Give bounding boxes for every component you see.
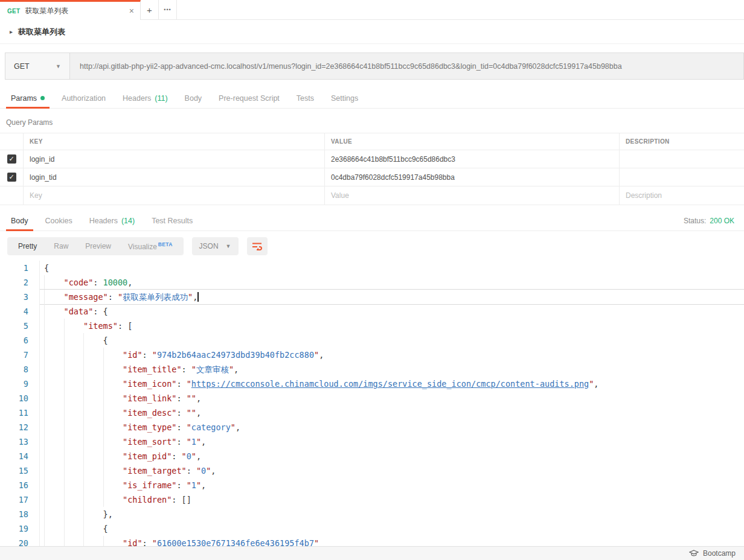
line-content: }, xyxy=(40,507,744,521)
view-tab-preview[interactable]: Preview xyxy=(77,242,120,250)
key-token: "id" xyxy=(123,538,143,547)
tokens: "item_icon": "https://cmcconsole.chinamc… xyxy=(123,377,598,391)
indent-guide xyxy=(44,391,64,406)
indent-guide xyxy=(83,348,103,362)
param-description-cell[interactable] xyxy=(619,150,744,168)
tokens: { xyxy=(103,521,108,536)
code-line: 18}, xyxy=(0,507,744,521)
checkbox-cell: ✓ xyxy=(0,150,23,168)
string-token: 0 xyxy=(187,451,191,461)
quote-token: " xyxy=(187,379,191,389)
text-cursor xyxy=(197,292,199,302)
line-content: "item_type": "category", xyxy=(40,420,744,434)
wrap-lines-icon xyxy=(252,242,262,250)
quote-token: " xyxy=(191,364,196,374)
indent-guide xyxy=(103,536,123,547)
indent-guide xyxy=(64,521,84,536)
link-token[interactable]: https://cmcconsole.chinamcloud.com/imgs/… xyxy=(191,379,589,389)
punctuation-token: : xyxy=(187,466,196,476)
close-tab-icon[interactable]: × xyxy=(129,7,134,15)
param-checkbox[interactable]: ✓ xyxy=(7,154,16,164)
param-value-input[interactable]: Value xyxy=(324,186,619,205)
status-badge[interactable]: 200 OK xyxy=(710,217,734,225)
tokens: "item_sort": "1", xyxy=(123,434,206,449)
key-token: "item_sort" xyxy=(123,437,176,447)
chevron-down-icon: ▼ xyxy=(56,63,61,69)
indent-guide xyxy=(103,492,123,507)
tab-options-button[interactable]: ••• xyxy=(159,0,177,20)
param-description-input[interactable]: Description xyxy=(619,186,744,205)
code-line: 6{ xyxy=(0,333,744,348)
response-body-viewer[interactable]: 1{2"code": 10000,3"message": "获取菜单列表成功",… xyxy=(0,261,744,547)
method-dropdown[interactable]: GET ▼ xyxy=(5,52,70,80)
quote-token: " xyxy=(231,422,236,432)
indent-guide xyxy=(44,478,64,492)
key-token: "item_title" xyxy=(123,364,182,374)
param-key-cell[interactable]: login_id xyxy=(23,150,324,168)
line-number: 8 xyxy=(0,362,40,377)
quote-token: " xyxy=(314,538,319,547)
request-tab-label: Authorization xyxy=(62,94,106,103)
request-tab-headers[interactable]: Headers(11) xyxy=(114,88,176,108)
response-tab-headers[interactable]: Headers(14) xyxy=(81,211,143,231)
param-key-cell[interactable]: login_tid xyxy=(23,168,324,186)
line-content: "is_iframe": "1", xyxy=(40,478,744,492)
tab-count-badge: (14) xyxy=(121,217,135,225)
param-description-cell[interactable] xyxy=(619,168,744,186)
collapse-caret-icon[interactable]: ▸ xyxy=(10,28,13,35)
view-tab-visualize[interactable]: VisualizeBETA xyxy=(120,241,181,251)
param-value-cell[interactable]: 0c4dba79f6028dcfc519917a45b98bba xyxy=(324,168,619,186)
indent-guide xyxy=(44,449,64,463)
indent-guide xyxy=(83,434,103,449)
new-tab-button[interactable]: + xyxy=(141,0,159,20)
query-params-title: Query Params xyxy=(0,109,744,133)
punctuation-token: , xyxy=(196,393,201,403)
code-line: 2"code": 10000, xyxy=(0,275,744,290)
request-tab-body[interactable]: Body xyxy=(176,88,211,108)
quote-token: " xyxy=(187,437,191,447)
line-number: 7 xyxy=(0,348,40,362)
request-title: 获取菜单列表 xyxy=(18,27,65,37)
quote-token: " xyxy=(118,292,123,302)
param-key-input[interactable]: Key xyxy=(23,186,324,205)
indent-guide xyxy=(103,377,123,391)
param-value-cell[interactable]: 2e368664c41b8bf511bcc9c65d86dbc3 xyxy=(324,150,619,168)
format-dropdown[interactable]: JSON ▼ xyxy=(192,237,239,255)
bootcamp-button[interactable]: Bootcamp xyxy=(689,549,736,558)
view-tab-raw[interactable]: Raw xyxy=(45,242,77,250)
line-content: "item_link": "", xyxy=(40,391,744,406)
param-checkbox[interactable]: ✓ xyxy=(7,173,16,182)
request-tab-active[interactable]: GET 获取菜单列表 × xyxy=(0,0,141,20)
indent-guide xyxy=(103,434,123,449)
indent-guide xyxy=(83,536,103,547)
key-token: "item_icon" xyxy=(123,379,176,389)
response-tab-test-results[interactable]: Test Results xyxy=(143,211,201,231)
code-line: 4"data": { xyxy=(0,304,744,319)
punctuation-token: : [ xyxy=(118,321,132,331)
column-header-key: KEY xyxy=(23,133,324,150)
indent-guide xyxy=(44,333,64,348)
punctuation-token: { xyxy=(44,263,49,273)
line-number: 14 xyxy=(0,449,40,463)
request-tab-pre-request-script[interactable]: Pre-request Script xyxy=(210,88,288,108)
line-number: 9 xyxy=(0,377,40,391)
view-tab-pretty[interactable]: Pretty xyxy=(10,242,45,250)
punctuation-token: { xyxy=(103,336,108,345)
tokens: "is_iframe": "1", xyxy=(123,478,206,492)
tab-method-label: GET xyxy=(7,8,20,14)
key-token: "message" xyxy=(64,292,108,302)
tokens: "item_type": "category", xyxy=(123,420,240,434)
request-tab-settings[interactable]: Settings xyxy=(322,88,367,108)
request-tab-params[interactable]: Params xyxy=(2,88,53,108)
line-content: "data": { xyxy=(40,304,744,319)
wrap-lines-button[interactable] xyxy=(247,237,268,255)
response-tab-cookies[interactable]: Cookies xyxy=(37,211,81,231)
indent-guide xyxy=(64,507,84,521)
code-line: 7"id": "974b2b64aac24973dbd39b40fb2cc880… xyxy=(0,348,744,362)
url-input[interactable]: http://api.gitlab-php-yii2-app-advanced-… xyxy=(70,52,744,80)
tab-bar: GET 获取菜单列表 × + ••• xyxy=(0,0,744,20)
request-tab-authorization[interactable]: Authorization xyxy=(53,88,114,108)
response-tab-body[interactable]: Body xyxy=(2,211,37,231)
request-tab-tests[interactable]: Tests xyxy=(288,88,322,108)
beta-badge: BETA xyxy=(158,241,173,247)
